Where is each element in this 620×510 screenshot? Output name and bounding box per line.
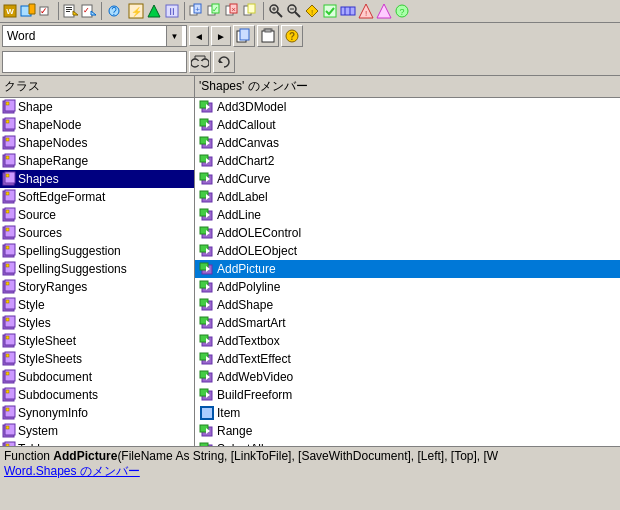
- class-list-item[interactable]: StoryRanges: [0, 278, 194, 296]
- member-list-item[interactable]: AddCanvas: [195, 134, 620, 152]
- member-list-item[interactable]: AddShape: [195, 296, 620, 314]
- class-list-item[interactable]: ShapeNode: [0, 116, 194, 134]
- class-list-item[interactable]: Sources: [0, 224, 194, 242]
- member-list-item[interactable]: AddWebVideo: [195, 368, 620, 386]
- toolbar-icon-20[interactable]: [376, 3, 392, 19]
- svg-rect-111: [6, 372, 9, 375]
- class-icon: [2, 225, 18, 241]
- class-list-item[interactable]: Subdocuments: [0, 386, 194, 404]
- class-list-item[interactable]: ShapeNodes: [0, 134, 194, 152]
- toolbar-icon-5[interactable]: ✓: [81, 3, 97, 19]
- help-button[interactable]: ?: [281, 25, 303, 47]
- toolbar-icon-8[interactable]: [146, 3, 162, 19]
- member-list-item[interactable]: AddChart2: [195, 152, 620, 170]
- class-list-item[interactable]: StyleSheets: [0, 350, 194, 368]
- toolbar-icon-14[interactable]: [268, 3, 284, 19]
- class-list-item[interactable]: Shapes: [0, 170, 194, 188]
- class-item-label: SpellingSuggestions: [18, 262, 127, 276]
- toolbar-icon-3[interactable]: ✓: [38, 3, 54, 19]
- status-line2[interactable]: Word.Shapes のメンバー: [4, 463, 616, 480]
- class-list-item[interactable]: SpellingSuggestion: [0, 242, 194, 260]
- search-input[interactable]: [2, 51, 187, 73]
- svg-rect-110: [5, 370, 15, 381]
- class-icon: [2, 261, 18, 277]
- member-icon: [199, 369, 215, 385]
- member-list-item[interactable]: AddTextbox: [195, 332, 620, 350]
- class-list-item[interactable]: SynonymInfo: [0, 404, 194, 422]
- class-list-item[interactable]: SpellingSuggestions: [0, 260, 194, 278]
- toolbar-icon-21[interactable]: ?: [394, 3, 410, 19]
- member-list-item[interactable]: AddTextEffect: [195, 350, 620, 368]
- class-list-item[interactable]: StyleSheet: [0, 332, 194, 350]
- member-icon: [199, 405, 215, 421]
- library-dropdown[interactable]: Word ▼: [2, 25, 187, 47]
- member-icon: [199, 135, 215, 151]
- class-item-label: Subdocument: [18, 370, 92, 384]
- toolbar-icon-4[interactable]: [63, 3, 79, 19]
- status-bar: Function AddPicture(FileName As String, …: [0, 446, 620, 486]
- member-list-item[interactable]: Add3DModel: [195, 98, 620, 116]
- member-list-item[interactable]: AddLine: [195, 206, 620, 224]
- svg-rect-116: [5, 406, 15, 417]
- toolbar-icon-10[interactable]: +: [189, 3, 205, 19]
- member-item-label: AddTextbox: [217, 334, 280, 348]
- member-list-item[interactable]: SelectAll: [195, 440, 620, 446]
- paste-button[interactable]: [257, 25, 279, 47]
- class-list-item[interactable]: Shape: [0, 98, 194, 116]
- member-list-item[interactable]: AddOLEControl: [195, 224, 620, 242]
- dropdown-arrow-icon[interactable]: ▼: [166, 26, 182, 46]
- member-list-item[interactable]: AddPolyline: [195, 278, 620, 296]
- class-list-container[interactable]: Shape ShapeNode ShapeNodes ShapeRange Sh…: [0, 98, 194, 446]
- toolbar-icon-17[interactable]: [322, 3, 338, 19]
- member-list-item[interactable]: AddOLEObject: [195, 242, 620, 260]
- svg-rect-120: [6, 426, 9, 429]
- binoculars-button[interactable]: [189, 51, 211, 73]
- member-list-item[interactable]: Range: [195, 422, 620, 440]
- toolbar-icon-12[interactable]: ×: [225, 3, 241, 19]
- toolbar-icon-15[interactable]: [286, 3, 302, 19]
- toolbar-icon-2[interactable]: [20, 3, 36, 19]
- toolbar-icon-1[interactable]: W: [2, 3, 18, 19]
- member-list-item[interactable]: AddLabel: [195, 188, 620, 206]
- nav-forward-button[interactable]: ►: [211, 26, 231, 46]
- member-list-item[interactable]: AddCurve: [195, 170, 620, 188]
- toolbar: W ✓ ✓ ? ⚡ ⏸: [0, 0, 620, 76]
- members-list-container[interactable]: Add3DModel AddCallout AddCanvas AddChart…: [195, 98, 620, 446]
- class-list-item[interactable]: Subdocument: [0, 368, 194, 386]
- nav-back-button[interactable]: ◄: [189, 26, 209, 46]
- class-icon: [2, 99, 18, 115]
- refresh-button[interactable]: [213, 51, 235, 73]
- svg-text:W: W: [6, 7, 14, 16]
- member-item-label: Item: [217, 406, 240, 420]
- svg-rect-42: [341, 7, 355, 15]
- class-item-label: System: [18, 424, 58, 438]
- class-icon: [2, 315, 18, 331]
- toolbar-icon-6[interactable]: ?: [106, 3, 122, 19]
- class-list-item[interactable]: SoftEdgeFormat: [0, 188, 194, 206]
- class-list-item[interactable]: System: [0, 422, 194, 440]
- toolbar-icon-9[interactable]: ⏸: [164, 3, 180, 19]
- svg-rect-77: [5, 172, 15, 183]
- class-list-item[interactable]: Style: [0, 296, 194, 314]
- class-list-item[interactable]: Styles: [0, 314, 194, 332]
- toolbar-icon-7[interactable]: ⚡: [128, 3, 144, 19]
- member-icon: [199, 207, 215, 223]
- svg-rect-104: [5, 334, 15, 345]
- class-list-item[interactable]: Table: [0, 440, 194, 446]
- member-list-item[interactable]: BuildFreeform: [195, 386, 620, 404]
- svg-text:?: ?: [289, 31, 295, 42]
- toolbar-icon-13[interactable]: [243, 3, 259, 19]
- toolbar-icon-19[interactable]: !: [358, 3, 374, 19]
- class-list-item[interactable]: Source: [0, 206, 194, 224]
- member-list-item[interactable]: AddSmartArt: [195, 314, 620, 332]
- toolbar-icon-11[interactable]: ✓: [207, 3, 223, 19]
- member-list-item[interactable]: AddCallout: [195, 116, 620, 134]
- copy-button[interactable]: [233, 25, 255, 47]
- toolbar-icon-18[interactable]: [340, 3, 356, 19]
- member-list-item[interactable]: Item: [195, 404, 620, 422]
- toolbar-icon-16[interactable]: !: [304, 3, 320, 19]
- member-item-label: AddPolyline: [217, 280, 280, 294]
- class-item-label: ShapeNodes: [18, 136, 87, 150]
- class-list-item[interactable]: ShapeRange: [0, 152, 194, 170]
- member-list-item[interactable]: AddPicture: [195, 260, 620, 278]
